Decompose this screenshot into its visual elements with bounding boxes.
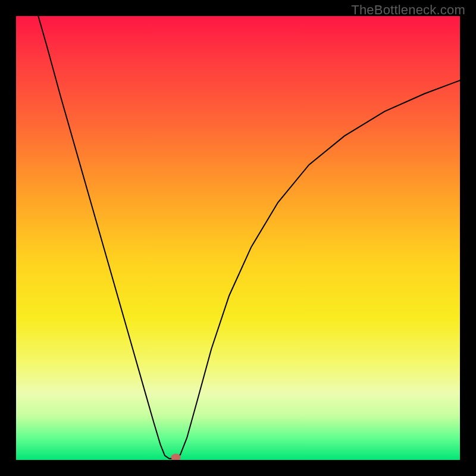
chart-background [16,16,460,460]
bottleneck-chart [16,16,460,460]
watermark-text: TheBottleneck.com [351,2,465,18]
chart-frame: TheBottleneck.com [0,0,476,476]
